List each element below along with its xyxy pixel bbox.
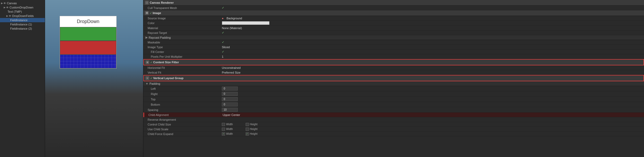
image-icon: 🖼 — [145, 11, 149, 15]
prop-padding-right: Right 0 — [143, 91, 644, 97]
dropdown-title: DropDown — [60, 16, 116, 27]
arrow-icon — [9, 19, 10, 21]
check-icon: ✓ — [222, 50, 224, 53]
section-title-canvas-renderer: Canvas Renderer — [150, 1, 174, 4]
hierarchy-label: FieldInstance (1) — [10, 23, 32, 26]
cb-label-width: Width — [226, 123, 233, 126]
prop-value: 0 — [222, 97, 642, 101]
color-swatch[interactable] — [222, 21, 270, 25]
hierarchy-item-fieldinstance1[interactable]: FieldInstance (1) — [0, 22, 45, 26]
asset-dot: ● — [222, 17, 224, 20]
prop-child-alignment: Child Alignment Upper Center — [143, 113, 644, 117]
prop-value: 10 — [222, 108, 642, 112]
checkbox-scale-width[interactable] — [222, 128, 225, 131]
hierarchy-label: CustomDropDown — [10, 6, 33, 9]
prop-use-child-scale: Use Child Scale Width Height — [143, 127, 644, 132]
prop-value: ✓ — [222, 6, 642, 10]
checkbox-width[interactable] — [222, 123, 225, 126]
value-box[interactable]: 0 — [222, 92, 238, 96]
prop-label: Color — [148, 21, 222, 25]
arrow-icon — [9, 23, 10, 26]
hierarchy-item-text-tmp[interactable]: Text (TMP) — [0, 10, 45, 14]
check-icon: ✓ — [222, 6, 224, 10]
checkbox-expand-width[interactable]: ✓ — [222, 132, 225, 136]
hierarchy-label: Text (TMP) — [8, 10, 22, 13]
hierarchy-label: Canvas — [7, 2, 17, 5]
prop-value: ✓ Width ✓ Height — [222, 132, 642, 136]
value-box[interactable]: 10 — [222, 108, 238, 112]
prop-horizontal-fit: Horizontal Fit Unconstrained — [143, 65, 644, 70]
hierarchy-item-fieldinstance2[interactable]: FieldInstance (2) — [0, 26, 45, 31]
prop-label: Use Child Scale — [148, 128, 222, 131]
section-title-csf: Content Size Fitter — [153, 61, 179, 64]
prop-value: Preferred Size — [222, 71, 642, 74]
section-vertical-layout-group[interactable]: ≡ ✓ Vertical Layout Group — [143, 75, 644, 81]
subheader-padding: ▼ Padding — [143, 81, 644, 86]
section-content-size-fitter[interactable]: ⊞ ✓ Content Size Fitter — [143, 59, 644, 65]
hierarchy-item-canvas[interactable]: ▶ 👁 Canvas — [0, 1, 45, 5]
prop-value: 0 — [222, 87, 642, 91]
prop-value — [222, 21, 642, 25]
section-image[interactable]: 🖼 ✓ Image — [143, 10, 644, 16]
prop-value: Sliced — [222, 46, 642, 49]
prop-image-type: Image Type Sliced — [143, 45, 644, 50]
section-title-image: Image — [153, 11, 161, 15]
subheader-label: Padding — [149, 82, 160, 85]
prop-value: ● Background — [222, 17, 642, 20]
value-box[interactable]: 0 — [222, 97, 238, 101]
prop-reverse-arrangement: Reverse Arrangement — [143, 117, 644, 122]
checkbox-group-height: Height — [246, 123, 258, 126]
check-icon: ✓ — [150, 61, 152, 64]
eye-icon: 👁 — [3, 2, 6, 5]
hierarchy-label: FieldInstance (2) — [10, 27, 32, 30]
hierarchy-item-dropdownfields[interactable]: ▶ 👁 DropDownFields — [0, 14, 45, 18]
arrow-icon — [9, 27, 10, 30]
checkbox-group-width: Width — [222, 123, 233, 126]
value-box[interactable]: 0 — [222, 87, 238, 91]
prop-value: 1 — [222, 55, 642, 58]
prop-label: Reverse Arrangement — [148, 118, 222, 121]
prop-padding-left: Left 0 — [143, 86, 644, 91]
checkbox-group-expand-width: ✓ Width — [222, 132, 233, 136]
hierarchy-label: DropDownFields — [12, 14, 34, 17]
arrow-icon: ▶ — [4, 6, 6, 9]
prop-value: Width Height — [222, 123, 642, 126]
prop-label: Vertical Fit — [148, 71, 222, 74]
prop-label: Pixels Per Unit Multiplier — [148, 55, 222, 58]
scene-panel: DropDown — [45, 0, 143, 157]
checkbox-group-expand-height: ✓ Height — [246, 132, 258, 136]
prop-label: Child Force Expand — [148, 132, 222, 136]
value-box[interactable]: 0 — [222, 102, 238, 106]
arrow-icon — [6, 10, 7, 13]
eye-icon: 👁 — [6, 6, 9, 9]
prop-value: 0 — [222, 102, 642, 106]
prop-material: Material None (Material) — [143, 26, 644, 30]
prop-cull-transparent: Cull Transparent Mesh ✓ — [143, 6, 644, 10]
hierarchy-panel: ▶ 👁 Canvas ▶ 👁 CustomDropDown Text (TMP)… — [0, 0, 45, 157]
prop-value: Upper Center — [223, 113, 642, 116]
hierarchy-item-fieldinstance[interactable]: FieldInstance — [0, 18, 45, 22]
checkbox-group-scale-height: Height — [246, 128, 258, 131]
prop-label: Maskable — [148, 41, 222, 44]
field-green — [60, 27, 116, 41]
checkbox-expand-height[interactable]: ✓ — [246, 132, 249, 136]
prop-label: Cull Transparent Mesh — [148, 6, 222, 10]
hierarchy-item-customdropdown[interactable]: ▶ 👁 CustomDropDown — [0, 5, 45, 10]
prop-padding-top: Top 0 — [143, 97, 644, 102]
arrow-icon: ▶ — [6, 15, 8, 17]
prop-padding-bottom: Bottom 0 — [143, 102, 644, 107]
prop-value: None (Material) — [222, 26, 642, 30]
prop-source-image: Source Image ● Background — [143, 16, 644, 21]
check-icon: ✓ — [150, 12, 152, 15]
prop-label: Right — [148, 92, 222, 96]
check-icon: ✓ — [150, 77, 152, 80]
prop-spacing: Spacing 10 — [143, 107, 644, 113]
checkbox-scale-height[interactable] — [246, 128, 249, 131]
arrow-icon: ▶ — [1, 2, 3, 5]
prop-raycast-target: Raycast Target ✓ — [143, 30, 644, 35]
checkbox-height[interactable] — [246, 123, 249, 126]
prop-label: Image Type — [148, 46, 222, 49]
cb-label-scale-width: Width — [226, 128, 233, 131]
section-canvas-renderer[interactable]: ⬡ Canvas Renderer — [143, 0, 644, 6]
cb-label-height: Height — [250, 123, 258, 126]
